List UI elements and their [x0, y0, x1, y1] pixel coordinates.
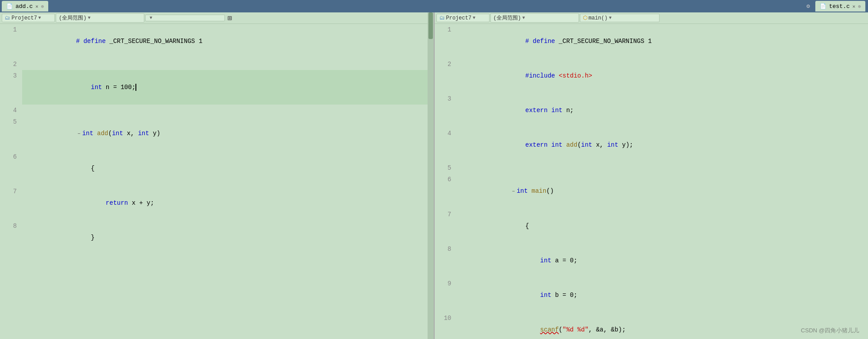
- right-code-area[interactable]: 1 # define _CRT_SECURE_NO_WARNINGS 1 2 #…: [435, 24, 868, 339]
- token-r-int-4y: int: [607, 141, 618, 148]
- right-code-table: 1 # define _CRT_SECURE_NO_WARNINGS 1 2 #…: [435, 24, 868, 339]
- tab-pin-right[interactable]: ⊕: [858, 4, 861, 9]
- right-project-selector[interactable]: 🗂 Project7 ▼: [436, 14, 490, 22]
- table-row: 2: [0, 58, 434, 70]
- token-define: # define: [76, 38, 106, 45]
- right-line-code-9[interactable]: int b = 0;: [457, 278, 868, 312]
- line-num-7: 7: [0, 186, 22, 220]
- right-scope-selector[interactable]: (全局范围) ▼: [490, 13, 579, 23]
- project-icon-left: 🗂: [5, 15, 10, 21]
- token-r-scanf: scanf: [540, 326, 559, 333]
- token-r-int-9: int: [540, 292, 551, 299]
- token-r-space6: [528, 187, 531, 195]
- tab-test-c[interactable]: 📄 test.c ✕ ⊕: [815, 1, 865, 12]
- table-row: 3 int n = 100;: [0, 70, 434, 105]
- right-func-selector[interactable]: ⬡ main() ▼: [580, 14, 660, 22]
- token-y: y): [149, 130, 160, 137]
- table-row: 5 −int add(int x, int y): [0, 116, 434, 151]
- token-r-scanf-p: (: [559, 326, 562, 333]
- token-int-y: int: [138, 130, 149, 137]
- table-row: 6 −int main(): [435, 174, 868, 209]
- left-func-arrow: ▼: [150, 16, 152, 20]
- right-line-num-6: 6: [435, 174, 457, 209]
- left-editor-pane: 🗂 Project7 ▼ (全局范围) ▼ ▼ ⊞ 1: [0, 12, 435, 339]
- cursor: [135, 84, 136, 91]
- left-code-table: 1 # define _CRT_SECURE_NO_WARNINGS 1 2 3: [0, 24, 434, 255]
- left-scrollbar[interactable]: [428, 12, 434, 339]
- right-project-label: Project7: [446, 15, 472, 21]
- right-line-code-3[interactable]: extern int n;: [457, 93, 868, 128]
- line-num-3: 3: [0, 70, 22, 105]
- right-func-arrow: ▼: [609, 16, 612, 20]
- line-num-2: 2: [0, 58, 22, 70]
- token-r-stdio: <stdio.h>: [559, 72, 592, 79]
- token-r-int-4: int: [552, 141, 563, 148]
- line-num-4: 4: [0, 105, 22, 116]
- left-add-button[interactable]: ⊞: [226, 14, 234, 23]
- right-line-num-8: 8: [435, 243, 457, 278]
- token-int-3: int: [91, 84, 102, 91]
- title-icons: ⚙: [806, 3, 810, 10]
- line-code-7[interactable]: return x + y;: [22, 186, 434, 220]
- tab-close-right[interactable]: ✕: [853, 4, 856, 9]
- left-toolbar: 🗂 Project7 ▼ (全局范围) ▼ ▼ ⊞: [0, 12, 434, 24]
- right-scope-arrow: ▼: [522, 16, 525, 20]
- line-code-4[interactable]: [22, 105, 434, 116]
- right-line-code-5[interactable]: [457, 162, 868, 174]
- right-editor-pane: 🗂 Project7 ▼ (全局范围) ▼ ⬡ main() ▼ 1: [435, 12, 868, 339]
- token-r-crt: _CRT_SECURE_NO_WARNINGS: [555, 38, 648, 45]
- table-row: 8 int a = 0;: [435, 243, 868, 278]
- left-func-selector[interactable]: ▼: [145, 15, 225, 21]
- left-project-selector[interactable]: 🗂 Project7 ▼: [2, 14, 55, 22]
- line-num-5: 5: [0, 116, 22, 151]
- token-r-add-4: add: [566, 141, 577, 148]
- settings-icon[interactable]: ⚙: [806, 3, 810, 10]
- right-line-code-1[interactable]: # define _CRT_SECURE_NO_WARNINGS 1: [457, 24, 868, 58]
- line-code-5[interactable]: −int add(int x, int y): [22, 116, 434, 151]
- table-row: 7 return x + y;: [0, 186, 434, 220]
- left-scope-selector[interactable]: (全局范围) ▼: [56, 13, 144, 23]
- token-r-define: # define: [525, 38, 555, 45]
- right-line-code-7[interactable]: {: [457, 209, 868, 243]
- tab-add-c[interactable]: 📄 add.c ✕ ⊕: [2, 1, 48, 12]
- right-line-code-4[interactable]: extern int add(int x, int y);: [457, 128, 868, 162]
- table-row: 1 # define _CRT_SECURE_NO_WARNINGS 1: [435, 24, 868, 58]
- left-code-area[interactable]: 1 # define _CRT_SECURE_NO_WARNINGS 1 2 3: [0, 24, 434, 339]
- token-r-include: #include: [525, 72, 555, 79]
- line-code-2[interactable]: [22, 58, 434, 70]
- token-one: 1: [199, 38, 202, 45]
- token-r-y-4: y);: [618, 141, 633, 148]
- watermark: CSDN @四角小猪儿儿: [801, 327, 859, 335]
- right-line-code-8[interactable]: int a = 0;: [457, 243, 868, 278]
- editors-container: 🗂 Project7 ▼ (全局范围) ▼ ▼ ⊞ 1: [0, 12, 868, 339]
- line-code-6[interactable]: {: [22, 151, 434, 186]
- right-line-code-6[interactable]: −int main(): [457, 174, 868, 209]
- left-scrollbar-thumb[interactable]: [428, 12, 433, 39]
- collapse-5[interactable]: −: [76, 128, 82, 140]
- table-row: 10 scanf("%d %d", &a, &b);: [435, 312, 868, 339]
- right-line-num-4: 4: [435, 128, 457, 162]
- line-code-3[interactable]: int n = 100;: [22, 70, 434, 105]
- right-line-code-2[interactable]: #include <stdio.h>: [457, 58, 868, 93]
- token-r-a: a = 0;: [552, 257, 578, 264]
- right-project-arrow: ▼: [473, 16, 475, 20]
- left-project-arrow: ▼: [39, 16, 41, 20]
- token-int-x: int: [112, 130, 123, 137]
- line-num-8: 8: [0, 220, 22, 255]
- token-r-scanf-str: "%d %d": [563, 326, 589, 333]
- right-line-code-10[interactable]: scanf("%d %d", &a, &b);: [457, 312, 868, 339]
- table-row: 7 {: [435, 209, 868, 243]
- token-r-extern-4: extern: [525, 141, 548, 148]
- tab-close-left[interactable]: ✕: [35, 4, 39, 9]
- line-code-8[interactable]: }: [22, 220, 434, 255]
- tab-label-left: add.c: [15, 3, 33, 10]
- token-crt: _CRT_SECURE_NO_WARNINGS: [106, 38, 199, 45]
- tab-pin-left[interactable]: ⊕: [41, 4, 44, 9]
- right-line-num-7: 7: [435, 209, 457, 243]
- line-code-1[interactable]: # define _CRT_SECURE_NO_WARNINGS 1: [22, 24, 434, 58]
- token-add-params: (: [108, 130, 112, 137]
- collapse-r-6[interactable]: −: [510, 186, 517, 197]
- token-r-int-4x: int: [581, 141, 592, 148]
- token-r-b: b = 0;: [552, 292, 578, 299]
- left-scope-label: (全局范围): [59, 14, 86, 22]
